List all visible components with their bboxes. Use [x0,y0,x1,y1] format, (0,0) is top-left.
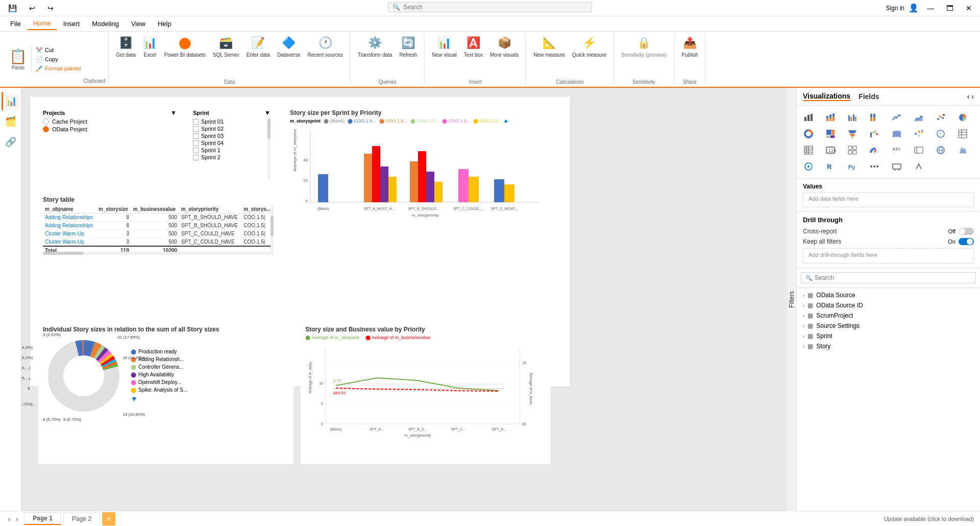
col-storysize[interactable]: m_storysize [96,205,131,213]
save-button[interactable]: 💾 [4,3,21,13]
viz-azure-map[interactable] [801,159,816,174]
viz-more-button[interactable] [867,159,882,174]
bar-sptb-2[interactable] [418,151,426,202]
viz-funnel[interactable] [845,126,860,141]
model-view-button[interactable]: 🔗 [2,133,20,151]
sprint02-checkbox[interactable] [193,126,199,132]
get-data-button[interactable]: 🗄️ Get data [113,34,138,60]
viz-scatter[interactable] [933,110,948,125]
sql-server-button[interactable]: 🗃️ SQL Server [210,34,242,60]
text-box-button[interactable]: 🅰️ Text box [461,34,486,60]
refresh-button[interactable]: 🔄 Refresh [396,34,420,60]
viz-stacked-bar[interactable] [823,110,838,125]
viz-table[interactable] [955,126,970,141]
minimize-button[interactable]: — [923,3,938,13]
bar-sptd-1[interactable] [494,179,504,202]
menu-modeling[interactable]: Modeling [86,18,125,30]
redo-button[interactable]: ↪ [43,3,58,13]
copy-button[interactable]: 📄 Copy [34,55,84,64]
viz-decomp-tree[interactable] [911,126,926,141]
drill-dropzone[interactable]: Add drill-through fields here [803,248,974,264]
bar-chart-visual[interactable]: Story size per Sprint by Priority m_stor… [285,105,551,232]
field-sprint[interactable]: › ▦ Sprint [797,331,980,341]
viz-matrix[interactable] [801,142,816,158]
new-measure-button[interactable]: 📐 New measure [530,34,568,60]
more-visuals-button[interactable]: 📦 More visuals [487,34,522,60]
sprint02-item[interactable]: Sprint 02 [193,126,271,132]
enter-data-button[interactable]: 📝 Enter data [243,34,273,60]
cross-report-switch[interactable] [959,228,974,235]
field-story[interactable]: › ▦ Story [797,341,980,351]
sprint-scrollbar[interactable] [267,118,271,180]
viz-r-visual[interactable]: R [823,159,838,174]
sensitivity-button[interactable]: 🔒 Sensitivity (preview) [618,34,670,60]
cut-button[interactable]: ✂️ Cut [34,46,84,55]
viz-map[interactable] [933,142,948,158]
sprint03-checkbox[interactable] [193,133,199,139]
sprint-expand-icon[interactable]: ▼ [264,109,271,116]
sprint04-item[interactable]: Sprint 04 [193,140,271,146]
viz-multicard[interactable] [845,142,860,158]
bar-sptb-4[interactable] [434,182,443,202]
quick-measure-button[interactable]: ⚡ Quick measure [569,34,609,60]
viz-tool-1[interactable] [889,159,904,174]
table-row[interactable]: Cluster Warm-Up 3 500 SPT_C_COULD_HAVE C… [43,230,274,238]
report-view-button[interactable]: 📊 [2,92,20,110]
viz-slicer[interactable] [911,142,926,158]
odata-project-radio[interactable] [43,126,49,132]
bar-sptc-2[interactable] [469,177,479,202]
viz-gauge[interactable] [867,142,882,158]
viz-kpi[interactable]: KPI↑ [889,142,904,158]
viz-pie[interactable] [955,110,970,125]
viz-card[interactable]: 123 [823,142,838,158]
bar-sptc-1[interactable] [458,169,469,202]
field-source-settings[interactable]: › ▦ Source Settings [797,321,980,331]
bar-sptb-3[interactable] [426,172,434,202]
cache-project-item[interactable]: Cache Project [43,118,177,125]
viz-key-influencers[interactable]: ↑ [933,126,948,141]
panel-forward-button[interactable]: › [971,92,974,101]
global-search-input[interactable] [403,4,577,11]
cross-report-toggle[interactable]: Off [948,228,974,235]
viz-python-visual[interactable]: Py [845,159,860,174]
keep-filters-switch[interactable] [959,238,974,245]
col-storypriority[interactable]: m_storypriority [179,205,242,213]
menu-view[interactable]: View [125,18,152,30]
menu-help[interactable]: Help [152,18,178,30]
bar-spta-2[interactable] [372,146,380,202]
viz-line-chart[interactable] [889,110,904,125]
sprint1-item[interactable]: Sprint 1 [193,147,271,153]
viz-filled-map[interactable] [955,142,970,158]
next-page-button[interactable]: › [14,514,20,524]
format-painter-button[interactable]: 🖌️ Format painter [34,64,84,73]
sprint03-item[interactable]: Sprint 03 [193,133,271,139]
dataverse-button[interactable]: 🔷 Dataverse [274,34,304,60]
field-odata-source[interactable]: › ▦ OData Source [797,290,980,300]
data-view-button[interactable]: 🗂️ [2,112,20,131]
sprint1-checkbox[interactable] [193,148,199,153]
bar-blank[interactable] [318,174,328,202]
viz-donut[interactable] [801,126,816,141]
table-scrollbar-h[interactable] [43,252,274,255]
add-page-button[interactable]: + [102,512,115,525]
prev-page-button[interactable]: ‹ [6,514,13,524]
table-scrollbar-v[interactable] [271,205,274,255]
sprint04-checkbox[interactable] [193,140,199,146]
menu-insert[interactable]: Insert [57,18,86,30]
page-tab-2[interactable]: Page 2 [63,513,100,524]
bar-sptb-1[interactable] [410,161,418,202]
sprint2-checkbox[interactable] [193,155,199,160]
table-row[interactable]: Adding Relationships 8 500 SPT_B_SHOULD_… [43,213,274,222]
page-tab-1[interactable]: Page 1 [24,512,61,525]
sprint01-checkbox[interactable] [193,119,199,125]
line-chart-visual[interactable]: Story size and Business value by Priorit… [301,321,551,464]
viz-ribbon[interactable] [889,126,904,141]
fields-tab[interactable]: Fields [859,92,879,101]
publish-button[interactable]: 📤 Publish [678,34,701,60]
viz-clustered-bar[interactable] [845,110,860,125]
viz-tool-2[interactable] [911,159,926,174]
undo-button[interactable]: ↩ [25,3,39,13]
bar-spta-4[interactable] [388,177,397,202]
projects-expand-icon[interactable]: ▼ [170,109,177,116]
col-storys[interactable]: m_storys... [241,205,274,213]
